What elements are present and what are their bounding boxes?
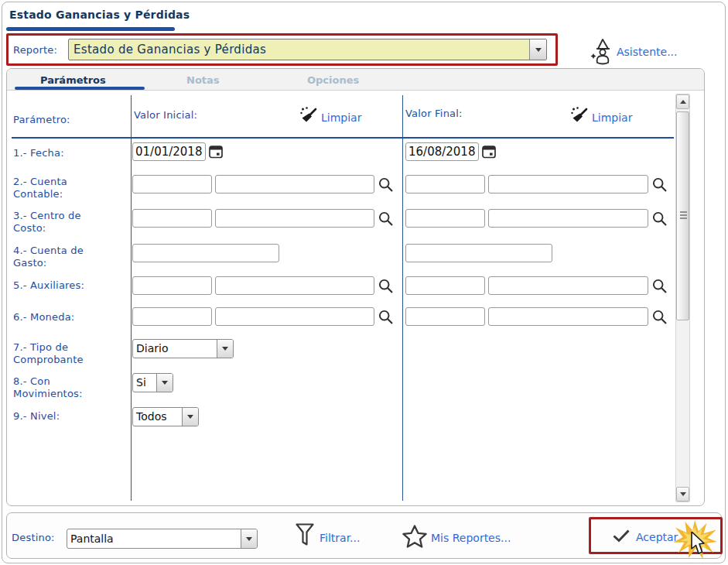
broom-icon[interactable] bbox=[299, 105, 319, 125]
footer-bar: Destino: Pantalla Filtrar... Mis Reporte… bbox=[6, 512, 722, 559]
search-icon[interactable] bbox=[378, 309, 394, 325]
chevron-down-icon[interactable] bbox=[241, 529, 257, 548]
search-icon[interactable] bbox=[378, 278, 394, 294]
search-icon[interactable] bbox=[378, 211, 394, 227]
tipo-comprobante-value: Diario bbox=[133, 340, 217, 358]
moneda-final-desc-input[interactable] bbox=[488, 307, 648, 326]
tab-opciones[interactable]: Opciones bbox=[307, 74, 359, 86]
search-icon[interactable] bbox=[651, 211, 668, 227]
report-label: Reporte: bbox=[13, 44, 57, 56]
assistant-link[interactable]: Asistente... bbox=[617, 46, 677, 58]
column-header-valor-final: Valor Final: bbox=[405, 108, 463, 120]
moneda-inicial-code-input[interactable] bbox=[132, 307, 212, 326]
cuenta-contable-final-code-input[interactable] bbox=[405, 175, 485, 193]
destination-value: Pantalla bbox=[67, 529, 241, 548]
report-dialog: Estado Ganancias y Pérdidas Reporte: Est… bbox=[0, 0, 728, 565]
chevron-down-icon[interactable] bbox=[529, 39, 546, 60]
my-reports-link[interactable]: Mis Reportes... bbox=[431, 532, 511, 544]
funnel-icon[interactable] bbox=[295, 522, 315, 547]
column-separator bbox=[402, 95, 403, 501]
con-movimientos-select[interactable]: Si bbox=[132, 373, 173, 392]
header-rule bbox=[12, 137, 674, 139]
column-header-parametro: Parámetro: bbox=[13, 114, 70, 126]
filter-link[interactable]: Filtrar... bbox=[320, 532, 360, 544]
search-icon[interactable] bbox=[651, 278, 668, 294]
column-header-valor-inicial: Valor Inicial: bbox=[134, 109, 197, 122]
parameters-panel: Parámetros Notas Opciones Parámetro: Val… bbox=[6, 68, 705, 506]
scroll-up-button[interactable] bbox=[676, 94, 689, 109]
centro-costo-final-code-input[interactable] bbox=[405, 209, 485, 228]
chevron-down-icon[interactable] bbox=[182, 408, 198, 426]
accept-button[interactable]: Aceptar bbox=[636, 531, 678, 543]
param-label-fecha: 1.- Fecha: bbox=[13, 147, 118, 159]
vertical-scrollbar[interactable] bbox=[675, 94, 690, 502]
report-select[interactable]: Estado de Ganancias y Pérdidas bbox=[68, 39, 547, 60]
tipo-comprobante-select[interactable]: Diario bbox=[132, 339, 234, 358]
nivel-select[interactable]: Todos bbox=[132, 407, 199, 426]
cuenta-contable-inicial-desc-input[interactable] bbox=[215, 175, 374, 193]
param-label-centro-costo: 3.- Centro de Costo: bbox=[13, 210, 114, 235]
wizard-icon bbox=[590, 39, 614, 65]
search-icon[interactable] bbox=[651, 176, 668, 193]
cuenta-gasto-final-input[interactable] bbox=[405, 244, 552, 262]
tab-notas[interactable]: Notas bbox=[186, 74, 220, 86]
param-label-tipo-comprobante: 7.- Tipo de Comprobante bbox=[13, 341, 114, 366]
destination-select[interactable]: Pantalla bbox=[67, 529, 258, 549]
page-title: Estado Ganancias y Pérdidas bbox=[9, 9, 190, 21]
auxiliares-inicial-code-input[interactable] bbox=[132, 276, 212, 295]
con-movimientos-value: Si bbox=[133, 374, 156, 392]
chevron-down-icon[interactable] bbox=[156, 374, 173, 392]
moneda-inicial-desc-input[interactable] bbox=[215, 307, 374, 326]
clear-final-link[interactable]: Limpiar bbox=[592, 111, 632, 124]
tab-parametros[interactable]: Parámetros bbox=[40, 74, 106, 86]
fecha-inicial-input[interactable] bbox=[132, 142, 206, 161]
calendar-icon[interactable] bbox=[481, 144, 497, 159]
auxiliares-inicial-desc-input[interactable] bbox=[215, 276, 374, 295]
param-label-moneda: 6.- Moneda: bbox=[13, 311, 118, 324]
clear-initial-link[interactable]: Limpiar bbox=[321, 111, 361, 124]
centro-costo-inicial-code-input[interactable] bbox=[132, 209, 212, 228]
search-icon[interactable] bbox=[378, 176, 394, 193]
param-label-con-movimientos: 8.- Con Movimientos: bbox=[13, 375, 114, 400]
title-underline bbox=[6, 27, 175, 31]
param-label-nivel: 9.- Nivel: bbox=[13, 410, 114, 423]
auxiliares-final-desc-input[interactable] bbox=[488, 276, 648, 295]
broom-icon[interactable] bbox=[570, 105, 590, 125]
scroll-down-button[interactable] bbox=[676, 487, 689, 502]
cuenta-contable-inicial-code-input[interactable] bbox=[132, 175, 212, 193]
param-label-cuenta-gasto: 4.- Cuenta de Gasto: bbox=[13, 245, 114, 269]
search-icon[interactable] bbox=[651, 309, 668, 325]
destination-label: Destino: bbox=[12, 532, 55, 544]
param-label-cuenta-contable: 2.- Cuenta Contable: bbox=[13, 176, 114, 200]
active-tab-underline bbox=[15, 87, 145, 90]
auxiliares-final-code-input[interactable] bbox=[405, 276, 485, 295]
centro-costo-inicial-desc-input[interactable] bbox=[215, 209, 374, 228]
calendar-icon[interactable] bbox=[208, 144, 224, 159]
cuenta-contable-final-desc-input[interactable] bbox=[488, 175, 648, 193]
scrollbar-thumb[interactable] bbox=[676, 111, 689, 320]
centro-costo-final-desc-input[interactable] bbox=[488, 209, 648, 228]
column-separator bbox=[131, 95, 132, 501]
chevron-down-icon[interactable] bbox=[217, 340, 233, 358]
nivel-value: Todos bbox=[133, 408, 182, 426]
check-icon bbox=[612, 529, 631, 543]
fecha-final-input[interactable] bbox=[405, 142, 479, 161]
param-label-auxiliares: 5.- Auxiliares: bbox=[13, 279, 118, 292]
report-select-value: Estado de Ganancias y Pérdidas bbox=[69, 39, 529, 60]
star-icon[interactable] bbox=[402, 524, 428, 548]
moneda-final-code-input[interactable] bbox=[405, 307, 485, 326]
cuenta-gasto-inicial-input[interactable] bbox=[132, 244, 279, 262]
